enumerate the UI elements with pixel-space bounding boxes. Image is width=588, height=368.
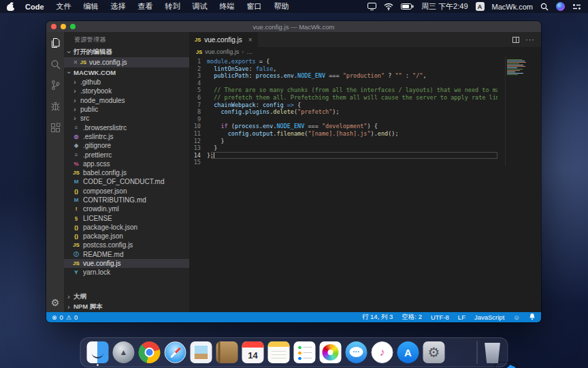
menu-item[interactable]: 编辑	[78, 1, 105, 12]
tree-folder-.github[interactable]: ›.github	[64, 78, 189, 87]
tree-file-vue.config.js[interactable]: JSvue.config.js	[64, 259, 189, 268]
npm-scripts-section-header[interactable]: › NPM 脚本	[64, 302, 189, 312]
eol-sequence[interactable]: LF	[458, 313, 466, 321]
tree-file-crowdin.yml[interactable]: !crowdin.yml	[64, 204, 189, 213]
tree-file-LICENSE[interactable]: §LICENSE	[64, 213, 189, 222]
close-icon[interactable]: ×	[74, 59, 78, 66]
tree-file-.browserslistrc[interactable]: ≡.browserslistrc	[64, 123, 189, 132]
menu-site-label[interactable]: MacWk.com	[492, 3, 534, 11]
tree-file-yarn.lock[interactable]: Yyarn.lock	[64, 268, 189, 277]
breadcrumb[interactable]: vue.config.js › …	[189, 47, 541, 57]
menu-item[interactable]: 转到	[159, 1, 186, 12]
source-control-icon[interactable]	[49, 79, 61, 91]
open-editor-item[interactable]: × vue.config.js	[64, 57, 189, 67]
extensions-icon[interactable]	[49, 121, 61, 134]
input-source-icon[interactable]: A	[476, 2, 485, 11]
code-line-11[interactable]: 11 config.output.filename("[name].[hash]…	[189, 130, 497, 138]
apple-menu-icon[interactable]	[7, 2, 15, 11]
dock-item-itunes[interactable]	[372, 341, 393, 363]
language-mode[interactable]: JavaScript	[474, 313, 504, 321]
tree-file-CONTRIBUTING.md[interactable]: MCONTRIBUTING.md	[64, 196, 189, 204]
tree-file-.gitignore[interactable]: ◆.gitignore	[64, 141, 189, 150]
dock-item-chrome[interactable]	[139, 341, 161, 363]
errors-count[interactable]: 0	[60, 313, 63, 321]
dock-item-appstore[interactable]	[397, 341, 419, 363]
menu-item[interactable]: 窗口	[241, 1, 268, 12]
dock-item-vscode[interactable]	[495, 363, 517, 368]
split-editor-icon[interactable]	[512, 37, 519, 43]
code-line-1[interactable]: 1module.exports = {	[189, 58, 497, 65]
dock-item-sysprefs[interactable]	[423, 341, 445, 363]
outline-section-header[interactable]: › 大纲	[64, 292, 189, 302]
menu-item[interactable]: 文件	[50, 1, 78, 12]
cursor-position[interactable]: 行 14, 列 3	[362, 313, 393, 322]
menu-item[interactable]: 终端	[214, 1, 241, 12]
dock-item-mail[interactable]	[191, 341, 212, 363]
project-section-header[interactable]: › MACWK.COM	[64, 67, 189, 78]
tree-file-composer.json[interactable]: {}composer.json	[64, 187, 189, 196]
wifi-icon[interactable]	[384, 3, 393, 10]
feedback-smiley-icon[interactable]: ☺	[513, 313, 520, 321]
tree-file-.prettierrc[interactable]: ≡.prettierrc	[64, 150, 189, 159]
tab-vue-config[interactable]: vue.config.js ×	[189, 32, 258, 47]
search-icon[interactable]	[49, 58, 61, 70]
tree-folder-node_modules[interactable]: ›node_modules	[64, 96, 189, 105]
code-line-5[interactable]: 5 // There are so many chunks (from all …	[189, 87, 497, 94]
display-icon[interactable]	[368, 3, 376, 10]
warnings-count[interactable]: 0	[74, 313, 78, 321]
tree-folder-src[interactable]: ›src	[64, 114, 189, 123]
tree-file-app.scss[interactable]: %app.scss	[64, 159, 189, 168]
tree-file-package-lock.json[interactable]: {}package-lock.json	[64, 223, 189, 232]
menu-item[interactable]: 帮助	[268, 1, 295, 12]
spotlight-icon[interactable]	[540, 3, 549, 11]
code-line-9[interactable]: 9	[189, 116, 497, 123]
indentation[interactable]: 空格: 2	[402, 313, 422, 322]
menu-clock[interactable]: 周三 下午2:49	[421, 1, 468, 12]
code-line-13[interactable]: 13 }	[189, 144, 497, 152]
code-line-10[interactable]: 10 if (process.env.NODE_ENV === "develop…	[189, 123, 497, 130]
menu-item[interactable]: 调试	[186, 1, 214, 12]
dock-item-notes[interactable]	[268, 341, 290, 363]
menu-item[interactable]: 选择	[105, 1, 132, 12]
code-line-14[interactable]: 14};	[189, 152, 497, 159]
siri-icon[interactable]	[556, 2, 565, 11]
code-line-15[interactable]: 15	[189, 159, 497, 166]
more-actions-icon[interactable]: ···	[525, 35, 535, 44]
code-line-4[interactable]: 4	[189, 80, 497, 87]
close-tab-icon[interactable]: ×	[248, 36, 252, 44]
battery-icon[interactable]	[401, 3, 414, 10]
notification-center-icon[interactable]	[572, 3, 581, 10]
window-title-bar[interactable]: vue.config.js — MacWk.com	[46, 21, 541, 32]
menu-item[interactable]: 查看	[132, 1, 159, 12]
tree-file-.eslintrc.js[interactable]: ◎.eslintrc.js	[64, 132, 189, 141]
code-line-7[interactable]: 7 chainWebpack: config => {	[189, 102, 497, 109]
dock-item-calendar[interactable]: 14	[242, 341, 264, 363]
tree-file-README.md[interactable]: iREADME.md	[64, 250, 189, 259]
code-line-2[interactable]: 2 lintOnSave: false,	[189, 65, 497, 73]
code-line-12[interactable]: 12 }	[189, 138, 497, 145]
errors-icon[interactable]: ⊗	[52, 314, 57, 321]
dock-item-finder[interactable]	[87, 341, 109, 363]
code-area[interactable]: 1module.exports = {2 lintOnSave: false,3…	[189, 57, 541, 312]
minimap[interactable]	[497, 57, 541, 312]
tree-file-package.json[interactable]: {}package.json	[64, 232, 189, 241]
dock-item-trash[interactable]	[484, 343, 502, 363]
tree-file-postcss.config.js[interactable]: JSpostcss.config.js	[64, 241, 189, 249]
encoding[interactable]: UTF-8	[431, 313, 449, 321]
tree-folder-.storybook[interactable]: ›.storybook	[64, 87, 189, 95]
tree-file-babel.config.js[interactable]: JSbabel.config.js	[64, 168, 189, 177]
explorer-icon[interactable]	[49, 37, 61, 49]
open-editors-header[interactable]: › 打开的编辑器	[64, 47, 189, 57]
settings-gear-icon[interactable]: ⚙	[51, 297, 60, 308]
code-line-3[interactable]: 3 publicPath: process.env.NODE_ENV === "…	[189, 72, 497, 80]
breadcrumb-file[interactable]: vue.config.js	[205, 48, 239, 55]
code-line-6[interactable]: 6 // prefetch them all. Prefetching them…	[189, 94, 497, 102]
dock-item-launchpad[interactable]	[113, 341, 135, 363]
dock-item-reminders[interactable]	[294, 341, 316, 363]
dock-item-photos[interactable]	[320, 341, 342, 363]
dock-item-messages[interactable]	[346, 341, 368, 363]
dock-item-contacts[interactable]	[216, 341, 238, 363]
breadcrumb-more[interactable]: …	[246, 48, 252, 55]
notifications-bell-icon[interactable]	[529, 313, 536, 322]
warnings-icon[interactable]: ⚠	[66, 314, 71, 321]
